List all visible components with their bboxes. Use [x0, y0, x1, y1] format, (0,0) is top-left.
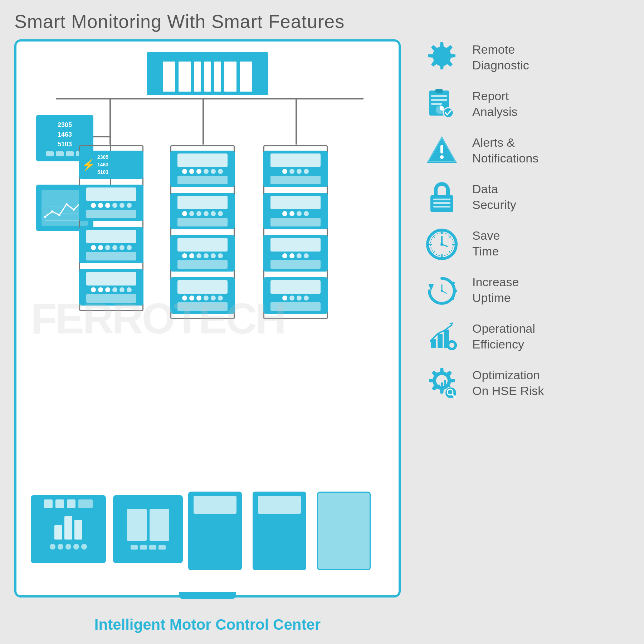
motor-unit — [263, 193, 328, 229]
svg-point-4 — [44, 216, 46, 218]
panel-subtitle: Intelligent Motor Control Center — [14, 616, 401, 633]
uptime-icon — [424, 273, 460, 307]
connector-dot — [58, 544, 63, 550]
display-panel — [150, 509, 169, 541]
motor-screen — [270, 153, 321, 167]
rack-slot — [239, 61, 253, 92]
bar-3 — [74, 520, 82, 540]
motor-screen — [86, 272, 136, 286]
v-bus-col3 — [296, 98, 297, 145]
motor-dot — [127, 287, 132, 292]
motor-dot — [204, 169, 209, 174]
motor-dot — [211, 169, 216, 174]
connector-dot — [50, 544, 55, 550]
motor-numbers: 2305 1463 5103 — [97, 153, 108, 176]
bar-2 — [64, 516, 72, 540]
motor-dot — [211, 296, 216, 301]
main-panel: FERROTECH 2305 1463 5103 — [14, 39, 401, 597]
svg-point-34 — [440, 243, 443, 246]
motor-screen — [177, 238, 228, 252]
motor-lightning-unit: ⚡ 2305 1463 5103 — [79, 151, 143, 179]
panel-footer — [179, 592, 236, 599]
bottom-tall-panel-2 — [253, 492, 306, 570]
motor-bar — [177, 218, 228, 226]
motor-dot — [91, 245, 96, 250]
feature-remote-diagnostic: RemoteDiagnostic — [422, 39, 630, 75]
svg-rect-14 — [431, 103, 442, 105]
motor-dot — [289, 253, 294, 258]
efficiency-icon — [424, 319, 460, 353]
bar-1 — [54, 525, 62, 540]
gear-icon — [424, 40, 460, 74]
svg-rect-59 — [441, 382, 443, 387]
svg-rect-54 — [450, 349, 453, 350]
motor-bar — [86, 294, 136, 303]
connector-dot — [65, 544, 71, 550]
alerts-notifications-label: Alerts &Notifications — [472, 135, 538, 166]
rack-slot — [162, 61, 176, 92]
motor-dot — [189, 296, 194, 301]
feature-increase-uptime: IncreaseUptime — [422, 272, 630, 308]
svg-rect-23 — [433, 199, 450, 200]
motor-dot — [297, 296, 302, 301]
svg-rect-58 — [438, 385, 440, 387]
motor-dot — [189, 211, 194, 216]
svg-rect-56 — [455, 344, 457, 347]
motor-screen — [86, 187, 136, 201]
svg-rect-48 — [438, 334, 443, 348]
svg-rect-13 — [431, 99, 447, 101]
motor-dot — [282, 296, 287, 301]
feature-data-security: DataSecurity — [422, 179, 630, 215]
motor-screen — [177, 153, 228, 167]
h-bus-top — [56, 98, 364, 99]
motor-unit — [79, 269, 143, 306]
bottom-btn — [140, 545, 147, 550]
motor-dot — [196, 296, 201, 301]
motor-unit — [170, 277, 235, 314]
motor-dot — [112, 287, 117, 292]
svg-point-7 — [65, 203, 68, 205]
watermark: FERROTECH — [31, 294, 285, 343]
motor-bar — [270, 218, 321, 226]
plc-rack — [147, 52, 268, 95]
motor-unit — [263, 277, 328, 314]
panel-button — [67, 499, 75, 508]
bottom-btn — [149, 545, 156, 550]
monitor-btn[interactable] — [66, 151, 74, 156]
svg-line-42 — [442, 291, 447, 293]
column-3 — [263, 145, 328, 319]
motor-bar — [270, 176, 321, 184]
motor-dot — [196, 253, 201, 258]
svg-point-46 — [445, 301, 448, 304]
monitor-btn[interactable] — [46, 151, 54, 156]
page-title: Smart Monitoring With Smart Features — [14, 11, 345, 32]
feature-report-analysis: ReportAnalysis — [422, 86, 630, 122]
motor-dot — [204, 296, 209, 301]
panel-button — [55, 499, 64, 508]
operational-efficiency-icon-wrap — [422, 318, 462, 354]
rack-slot — [178, 61, 191, 92]
motor-dot — [204, 253, 209, 258]
alerts-icon-wrap — [422, 132, 462, 168]
monitor-btn[interactable] — [56, 151, 64, 156]
bottom-panel-2 — [113, 495, 183, 563]
motor-dot — [304, 253, 309, 258]
rack-slot-narrow — [204, 61, 211, 92]
operational-efficiency-label: OperationalEfficiency — [472, 321, 535, 352]
motor-screen — [270, 280, 321, 294]
motor-dot — [105, 245, 110, 250]
svg-point-52 — [449, 343, 454, 348]
motor-dot — [304, 169, 309, 174]
svg-rect-60 — [444, 380, 446, 387]
motor-dot — [211, 211, 216, 216]
feature-alerts-notifications: Alerts &Notifications — [422, 132, 630, 168]
motor-dot — [297, 169, 302, 174]
increase-uptime-label: IncreaseUptime — [472, 274, 519, 306]
svg-rect-24 — [433, 202, 450, 204]
motor-dot — [218, 169, 223, 174]
motor-dot — [119, 203, 125, 208]
svg-point-5 — [51, 210, 53, 213]
svg-rect-53 — [450, 340, 453, 342]
save-time-label: SaveTime — [472, 228, 500, 259]
report-icon — [424, 87, 460, 121]
